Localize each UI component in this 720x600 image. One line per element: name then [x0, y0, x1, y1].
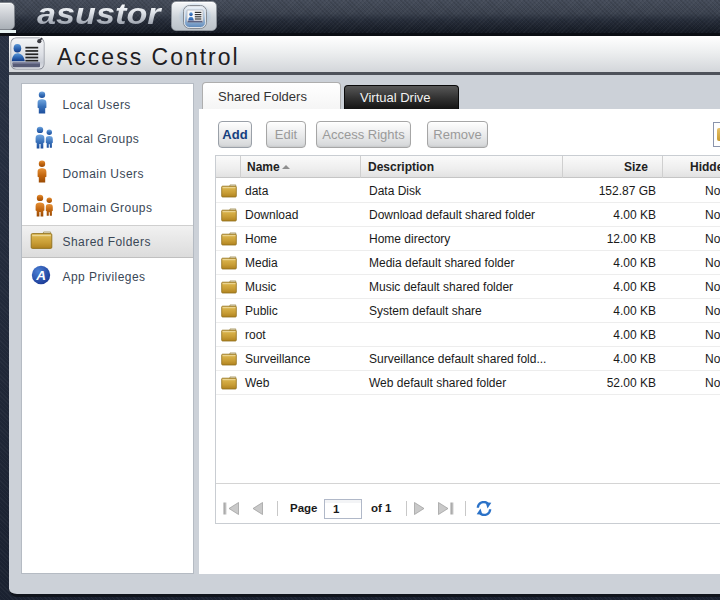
svg-text:A: A — [35, 268, 46, 283]
